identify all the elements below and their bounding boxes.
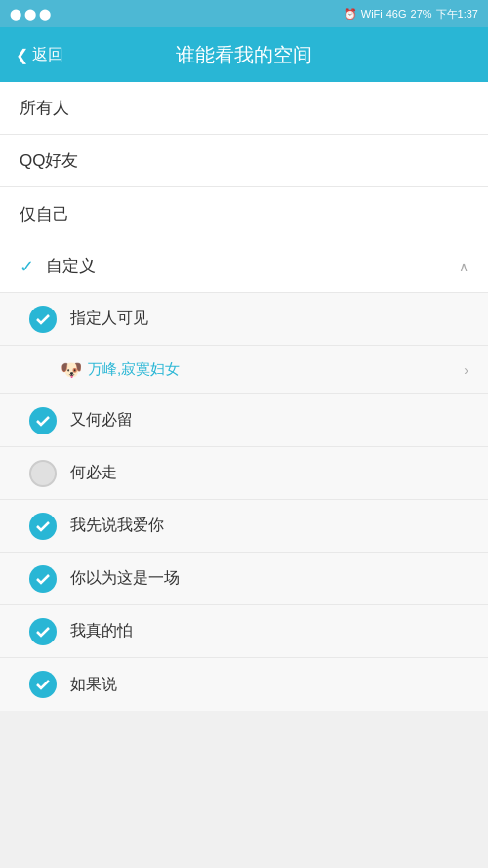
content-area: 所有人 QQ好友 仅自己 ✓ 自定义 ∧ 指定人可见 🐶 万峰,寂寞妇女 ›	[0, 82, 488, 868]
sub-item-6-checkbox[interactable]	[29, 671, 57, 698]
clock-icon: ⏰	[344, 8, 357, 21]
menu-item-qq-friends-label: QQ好友	[20, 149, 468, 172]
battery-label: 27%	[411, 8, 432, 20]
sub-item-3-label: 我先说我爱你	[70, 516, 468, 536]
menu-item-everyone[interactable]: 所有人	[0, 82, 488, 135]
sub-item-6[interactable]: 如果说	[0, 658, 488, 711]
person-names: 万峰,寂寞妇女	[88, 360, 464, 379]
top-menu-section: 所有人 QQ好友 仅自己	[0, 82, 488, 240]
sub-item-designated[interactable]: 指定人可见	[0, 293, 488, 346]
sub-item-1[interactable]: 又何必留	[0, 394, 488, 447]
custom-check-icon: ✓	[20, 256, 34, 277]
menu-item-self-only-label: 仅自己	[20, 203, 468, 226]
sub-item-3[interactable]: 我先说我爱你	[0, 500, 488, 553]
sub-item-4[interactable]: 你以为这是一场	[0, 553, 488, 605]
sub-item-designated-label: 指定人可见	[70, 309, 468, 329]
signal-label: 46G	[386, 8, 407, 20]
page-title: 谁能看我的空间	[176, 42, 312, 68]
sub-item-5-checkbox[interactable]	[29, 618, 57, 645]
sub-item-5-label: 我真的怕	[70, 621, 468, 641]
back-arrow-icon: ❮	[16, 46, 28, 64]
sub-item-3-checkbox[interactable]	[29, 513, 57, 540]
sub-item-4-checkbox[interactable]	[29, 565, 57, 593]
sub-item-2-checkbox[interactable]	[29, 460, 57, 487]
menu-item-everyone-label: 所有人	[20, 97, 468, 119]
menu-item-custom[interactable]: ✓ 自定义 ∧	[0, 240, 488, 293]
designated-checkbox[interactable]	[29, 306, 57, 333]
menu-item-custom-label: 自定义	[46, 255, 459, 277]
sub-item-5[interactable]: 我真的怕	[0, 605, 488, 658]
status-bar: ⬤ ⬤ ⬤ ⏰ WiFi 46G 27% 下午1:37	[0, 0, 488, 27]
status-left: ⬤ ⬤ ⬤	[10, 8, 51, 21]
sub-items-section: 指定人可见 🐶 万峰,寂寞妇女 › 又何必留 何必走 我先说我爱你	[0, 293, 488, 711]
menu-item-self-only[interactable]: 仅自己	[0, 187, 488, 240]
custom-section: ✓ 自定义 ∧	[0, 240, 488, 293]
status-right: ⏰ WiFi 46G 27% 下午1:37	[344, 7, 478, 21]
sub-item-2-label: 何必走	[70, 463, 468, 483]
sub-item-2[interactable]: 何必走	[0, 447, 488, 500]
back-label: 返回	[32, 45, 63, 65]
menu-item-qq-friends[interactable]: QQ好友	[0, 135, 488, 187]
sub-item-1-checkbox[interactable]	[29, 407, 57, 434]
custom-expand-icon: ∧	[459, 259, 468, 274]
time-label: 下午1:37	[436, 7, 478, 21]
person-row[interactable]: 🐶 万峰,寂寞妇女 ›	[0, 346, 488, 394]
person-row-arrow-icon: ›	[464, 362, 468, 378]
wifi-icon: WiFi	[361, 8, 383, 20]
back-button[interactable]: ❮ 返回	[16, 45, 63, 65]
sub-item-1-label: 又何必留	[70, 410, 468, 431]
sub-item-6-label: 如果说	[70, 675, 468, 695]
title-bar: ❮ 返回 谁能看我的空间	[0, 27, 488, 82]
sub-item-4-label: 你以为这是一场	[70, 568, 468, 589]
app-icons: ⬤ ⬤ ⬤	[10, 8, 51, 21]
person-emoji-icon: 🐶	[61, 359, 82, 381]
